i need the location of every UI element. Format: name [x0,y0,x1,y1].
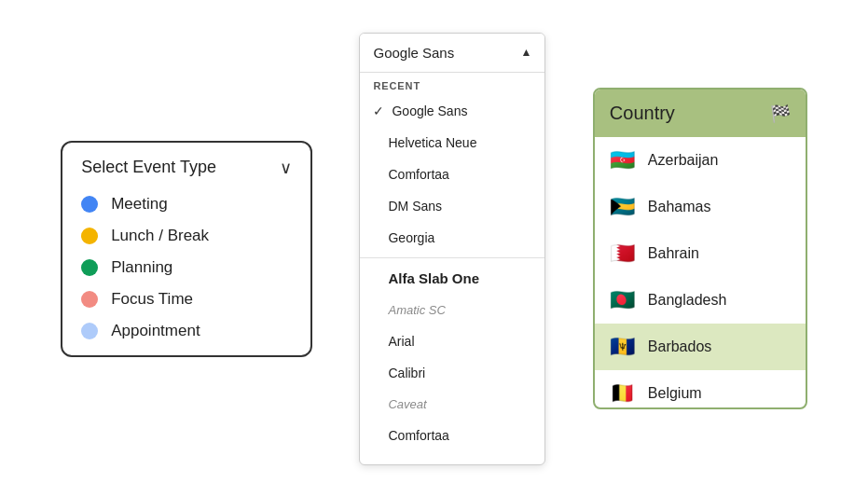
country-name: Bangladesh [648,292,727,309]
font-name-label: Caveat [388,397,426,411]
country-name: Barbados [648,338,712,355]
event-item[interactable]: Planning [81,258,292,277]
country-panel: Country 🏁 🇦🇿Azerbaijan🇧🇸Bahamas🇧🇭Bahrain… [593,88,807,409]
event-label: Appointment [111,322,200,340]
font-name-label: Comfortaa [388,167,448,182]
event-dot [81,228,98,244]
font-all-item[interactable]: Caveat [360,389,544,420]
font-dropdown-header[interactable]: Google Sans ▲ [360,34,544,73]
event-item[interactable]: Meeting [81,195,292,214]
font-section-recent: RECENT [360,73,544,95]
font-all-item[interactable]: Arial [360,325,544,357]
event-label: Lunch / Break [111,227,209,245]
font-recent-item[interactable]: ✓Google Sans [360,95,544,127]
font-selected-label: Google Sans [373,45,454,61]
country-item[interactable]: 🇧🇸Bahamas [595,184,806,230]
country-item[interactable]: 🇧🇭Bahrain [595,230,806,277]
country-flag: 🇧🇭 [610,242,635,266]
event-dot [81,291,98,308]
country-flag: 🇦🇿 [610,148,635,173]
event-item[interactable]: Appointment [81,322,292,340]
font-dropdown-arrow-icon: ▲ [521,46,532,59]
country-list: 🇦🇿Azerbaijan🇧🇸Bahamas🇧🇭Bahrain🇧🇩Banglade… [595,137,806,407]
event-label: Meeting [111,195,167,214]
event-label: Focus Time [111,290,193,309]
font-divider [360,257,544,258]
font-name-label: Google Sans [392,104,467,118]
country-name: Azerbaijan [648,152,719,169]
country-header: Country 🏁 [595,90,806,137]
font-recent-item[interactable]: Georgia [360,222,544,254]
font-all-item[interactable]: Calibri [360,357,544,389]
checkmark-icon: ✓ [373,104,384,118]
font-name-label: Comfortaa [388,428,448,443]
country-name: Bahrain [648,245,699,262]
font-name-label: Arial [388,334,414,349]
country-name: Belgium [648,385,702,402]
country-name: Bahamas [648,199,711,215]
font-name-label: Georgia [388,230,434,245]
font-recent-item[interactable]: Comfortaa [360,159,544,190]
font-name-label: Alfa Slab One [388,270,479,286]
event-item[interactable]: Focus Time [81,290,292,309]
font-name-label: DM Sans [388,199,442,214]
event-dot [81,196,98,213]
font-recent-item[interactable]: DM Sans [360,190,544,222]
font-name-label: Helvetica Neue [388,135,476,150]
event-dot [81,259,98,276]
country-flag: 🇧🇪 [610,381,635,406]
font-all-item[interactable]: Alfa Slab One [360,262,544,295]
event-type-panel: Select Event Type ∨ MeetingLunch / Break… [61,141,312,357]
country-flag: 🇧🇸 [610,195,635,219]
font-dropdown-body[interactable]: RECENT ✓Google SansHelvetica NeueComfort… [360,73,544,464]
font-name-label: Calibri [388,366,425,380]
country-flag: 🇧🇩 [610,288,635,312]
country-item[interactable]: 🇦🇿Azerbaijan [595,137,806,184]
country-item[interactable]: 🇧🇧Barbados [595,324,806,370]
country-flag: 🇧🇧 [610,335,635,359]
font-all-item[interactable]: Comfortaa [360,420,544,451]
event-item[interactable]: Lunch / Break [81,227,292,245]
chevron-down-icon: ∨ [280,158,292,178]
font-recent-item[interactable]: Helvetica Neue [360,127,544,159]
event-label: Planning [111,258,172,277]
event-list: MeetingLunch / BreakPlanningFocus TimeAp… [81,195,292,340]
font-name-label: Amatic SC [388,303,445,317]
country-item[interactable]: 🇧🇩Bangladesh [595,277,806,324]
event-dot [81,323,98,339]
event-type-title: Select Event Type [81,158,216,177]
font-dropdown-panel: Google Sans ▲ RECENT ✓Google SansHelveti… [359,33,545,465]
event-type-header[interactable]: Select Event Type ∨ [81,158,292,178]
country-icon: 🏁 [770,104,791,124]
country-item[interactable]: 🇧🇪Belgium [595,370,806,407]
font-all-item[interactable]: Amatic SC [360,295,544,325]
country-title: Country [610,103,675,124]
